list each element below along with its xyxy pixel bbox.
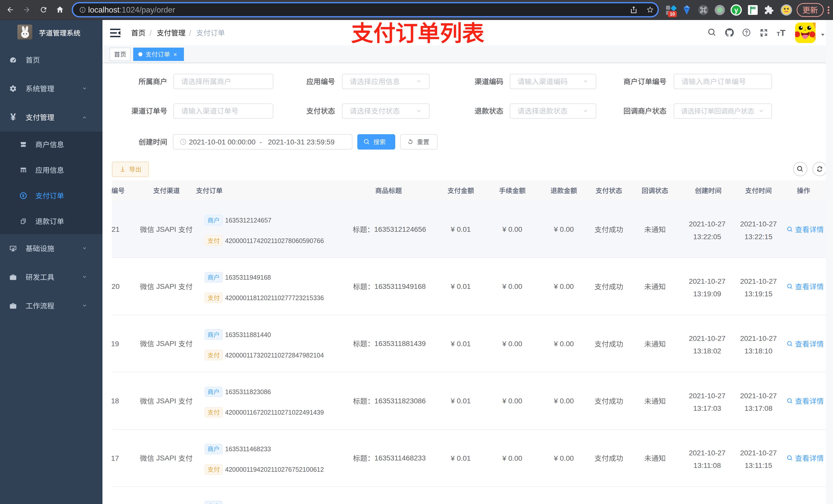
svg-text:y: y [734, 6, 738, 14]
svg-text:¥: ¥ [22, 194, 25, 198]
